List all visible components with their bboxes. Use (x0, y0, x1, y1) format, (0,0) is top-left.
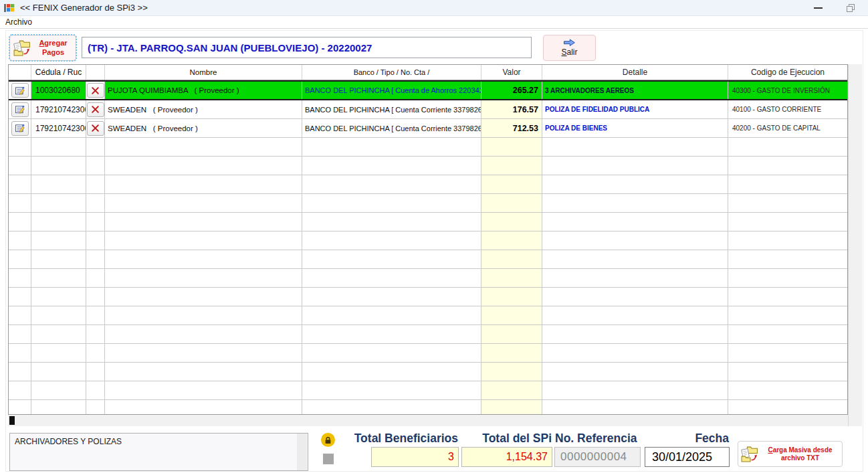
cedula-cell (31, 213, 86, 231)
table-row[interactable] (9, 213, 847, 231)
cedula-cell (31, 363, 86, 381)
detalle-textarea[interactable]: ARCHIVADORES Y POLIZAS (9, 433, 308, 471)
edit-row-button[interactable] (11, 102, 29, 117)
table-row[interactable] (9, 269, 847, 288)
detalle-cell (542, 231, 728, 250)
detalle-cell: POLIZA DE BIENES (542, 119, 728, 137)
cedula-cell (31, 194, 86, 212)
cedula-cell: 1003020680 (31, 82, 86, 99)
edit-cell (9, 306, 31, 324)
table-row[interactable] (9, 381, 847, 400)
table-row[interactable] (9, 250, 847, 269)
delete-row-button[interactable] (87, 121, 104, 136)
table-row[interactable] (9, 231, 847, 250)
copy-files-icon (740, 446, 758, 462)
table-row[interactable] (9, 288, 847, 306)
codigo-cell: 40300 - GASTO DE INVERSIÓN (728, 82, 847, 99)
vertical-scrollbar[interactable] (848, 64, 862, 426)
restore-icon (847, 4, 855, 12)
delete-cell (86, 250, 105, 268)
edit-cell (9, 157, 31, 175)
detalle-cell (542, 250, 728, 268)
detalle-cell (542, 363, 728, 381)
valor-cell: 265.27 (481, 82, 542, 99)
table-row[interactable] (9, 344, 847, 363)
edit-cell (9, 325, 31, 343)
delete-row-button[interactable] (87, 102, 104, 117)
table-row[interactable] (9, 400, 847, 415)
red-x-icon (91, 105, 100, 114)
restore-button[interactable] (837, 0, 864, 16)
cedula-cell (31, 231, 86, 250)
valor-cell (481, 400, 542, 415)
edit-row-button[interactable] (11, 121, 29, 136)
detalle-cell (542, 213, 728, 231)
codigo-cell (728, 269, 847, 287)
fecha-field[interactable] (645, 447, 730, 467)
delete-cell (86, 400, 105, 415)
nombre-cell (105, 363, 302, 381)
delete-cell (86, 381, 105, 399)
detalle-textarea-scrollbar[interactable] (297, 434, 307, 470)
edit-cell (9, 213, 31, 231)
salir-label: Salir (561, 48, 577, 57)
table-row[interactable] (9, 138, 847, 157)
codigo-cell (728, 157, 847, 175)
table-body: 1003020680 PUJOTA QUIMBIAMBA ( Proveedor… (9, 80, 847, 415)
codigo-cell (728, 213, 847, 231)
nombre-cell (105, 325, 302, 343)
codigo-cell (728, 138, 847, 156)
valor-cell: 176.57 (481, 100, 542, 118)
menu-archivo[interactable]: Archivo (0, 16, 37, 28)
minimize-icon (814, 7, 823, 9)
cedula-cell (31, 288, 86, 306)
valor-cell (481, 194, 542, 212)
table-row[interactable] (9, 157, 847, 175)
table-row[interactable]: 1792107423001 SWEADEN ( Proveedor ) BANC… (9, 100, 847, 119)
banco-cell (302, 363, 481, 381)
cedula-cell (31, 250, 86, 268)
nombre-cell (105, 306, 302, 324)
table-row[interactable] (9, 175, 847, 194)
header-delete-col (86, 65, 105, 80)
table-row[interactable] (9, 325, 847, 344)
no-referencia-field (554, 447, 641, 467)
table-row[interactable]: 1003020680 PUJOTA QUIMBIAMBA ( Proveedor… (9, 80, 847, 100)
delete-cell (86, 306, 105, 324)
status-square (323, 454, 334, 464)
agregar-pagos-button[interactable]: Agregar Pagos (9, 35, 76, 61)
carga-masiva-button[interactable]: Carga Masiva desde archivo TXT (738, 441, 843, 467)
banco-cell (302, 325, 481, 343)
codigo-cell (728, 306, 847, 324)
banco-cell (302, 213, 481, 231)
banco-cell (302, 194, 481, 212)
edit-cell (9, 344, 31, 362)
table-row[interactable] (9, 363, 847, 381)
horizontal-scrollbar[interactable] (8, 415, 848, 426)
table-row[interactable] (9, 194, 847, 213)
cedula-cell (31, 344, 86, 362)
codigo-cell (728, 381, 847, 399)
nombre-cell: SWEADEN ( Proveedor ) (105, 119, 302, 137)
delete-cell (86, 175, 105, 193)
banco-cell: BANCO DEL PICHINCHA [ Cuenta Corriente 3… (302, 119, 481, 137)
delete-row-button[interactable] (87, 83, 104, 98)
table-row[interactable]: 1792107423001 SWEADEN ( Proveedor ) BANC… (9, 119, 847, 138)
banco-cell (302, 381, 481, 399)
edit-cell (9, 100, 31, 118)
salir-button[interactable]: Salir (543, 35, 596, 61)
delete-cell (86, 344, 105, 362)
codigo-cell: 40100 - GASTO CORRIENTE (728, 100, 847, 118)
horizontal-scrollbar-thumb[interactable] (9, 416, 15, 425)
cedula-cell (31, 138, 86, 156)
table-row[interactable] (9, 306, 847, 325)
cedula-cell (31, 175, 86, 193)
entity-input[interactable] (82, 37, 532, 58)
edit-cell (9, 269, 31, 287)
edit-row-button[interactable] (11, 83, 29, 98)
detalle-cell (542, 157, 728, 175)
menubar: Archivo (0, 16, 868, 29)
edit-cell (9, 175, 31, 193)
header-nombre: Nombre (105, 65, 302, 80)
minimize-button[interactable] (802, 0, 833, 16)
